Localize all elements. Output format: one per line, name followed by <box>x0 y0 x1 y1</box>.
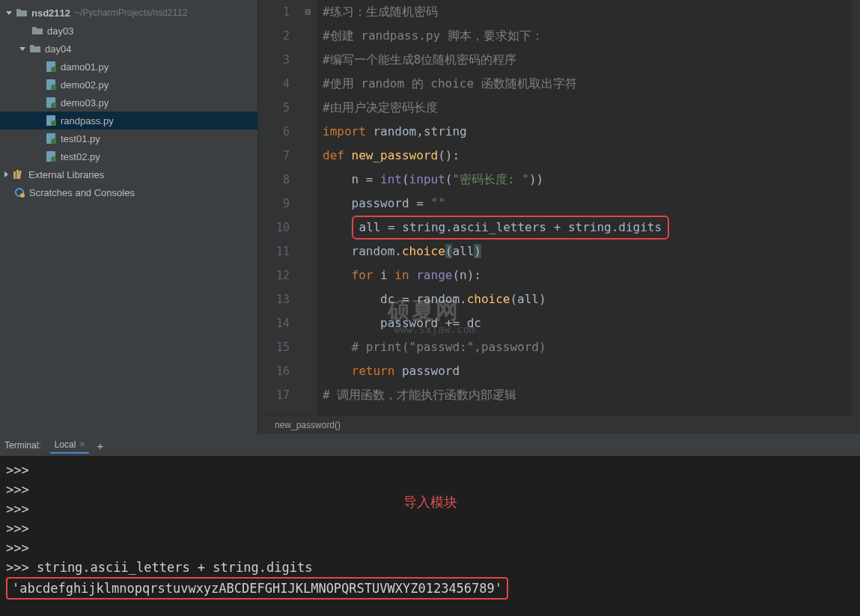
terminal-line: >>> <box>6 538 854 558</box>
chevron-down-icon[interactable] <box>19 45 27 52</box>
code-line-13[interactable]: dc = random.choice(all) <box>323 287 860 311</box>
code-line-6[interactable]: import random,string <box>323 120 860 144</box>
annotation-label: 导入模块 <box>403 493 457 511</box>
python-file-icon <box>45 61 57 73</box>
terminal-line: >>> <box>6 460 854 480</box>
code-line-2[interactable]: #创建 randpass.py 脚本，要求如下： <box>323 24 860 48</box>
add-terminal-button[interactable]: + <box>97 439 103 452</box>
terminal-output[interactable]: 导入模块 >>>>>>>>>>>>>>>>>> string.ascii_let… <box>0 456 860 616</box>
tree-item-test02-py[interactable]: test02.py <box>0 147 257 165</box>
scratch-icon <box>13 186 25 198</box>
code-line-14[interactable]: password += dc <box>323 311 860 335</box>
python-file-icon <box>45 79 57 91</box>
code-line-16[interactable]: return password <box>323 359 860 383</box>
library-icon <box>13 168 25 180</box>
python-file-icon <box>45 150 57 162</box>
vertical-scrollbar[interactable] <box>852 0 860 415</box>
project-root[interactable]: nsd2112 ~/PycharmProjects/nsd2112 <box>0 4 257 22</box>
scratches-consoles[interactable]: Scratches and Consoles <box>0 183 257 201</box>
code-content[interactable]: 硕夏网 www.sxjaw.com #练习：生成随机密码#创建 randpass… <box>317 0 860 415</box>
code-line-10[interactable]: all = string.ascii_letters + string.digi… <box>323 216 860 240</box>
terminal-tab-local[interactable]: Local × <box>50 437 90 454</box>
code-line-15[interactable]: # print("passwd:",password) <box>323 335 860 359</box>
code-line-3[interactable]: #编写一个能生成8位随机密码的程序 <box>323 48 860 72</box>
chevron-right-icon[interactable] <box>3 171 10 178</box>
svg-rect-12 <box>13 171 16 179</box>
svg-point-16 <box>20 193 25 198</box>
tree-item-damo01-py[interactable]: damo01.py <box>0 58 257 76</box>
tree-item-test01-py[interactable]: test01.py <box>0 129 257 147</box>
code-line-12[interactable]: for i in range(n): <box>323 263 860 287</box>
folder-icon <box>31 25 43 37</box>
tree-item-day04[interactable]: day04 <box>0 40 257 58</box>
breadcrumb[interactable]: new_password() <box>258 415 860 434</box>
python-file-icon <box>45 115 57 126</box>
terminal-line: >>> string.ascii_letters + string.digits <box>6 558 854 577</box>
project-tree[interactable]: nsd2112 ~/PycharmProjects/nsd2112 day03d… <box>0 0 258 434</box>
line-gutter[interactable]: 1234567891011121314151617 <box>258 0 303 415</box>
project-name: nsd2112 <box>31 7 70 19</box>
tree-item-demo02-py[interactable]: demo02.py <box>0 76 257 94</box>
fold-gutter[interactable]: ⊟⊟⊟⊟⊟⊟ <box>303 0 317 415</box>
terminal-tabs: Terminal: Local × + <box>0 435 860 456</box>
project-path: ~/PycharmProjects/nsd2112 <box>75 7 187 18</box>
tree-item-demo03-py[interactable]: demo03.py <box>0 94 257 112</box>
tree-item-day03[interactable]: day03 <box>0 22 257 40</box>
terminal-result: 'abcdefghijklmnopqrstuvwxyzABCDEFGHIJKLM… <box>6 577 854 597</box>
terminal-panel[interactable]: Terminal: Local × + 导入模块 >>>>>>>>>>>>>>>… <box>0 434 860 616</box>
folder-icon <box>16 7 28 19</box>
python-file-icon <box>45 97 57 109</box>
code-line-17[interactable]: # 调用函数，才能执行函数内部逻辑 <box>323 383 860 407</box>
code-editor[interactable]: 1234567891011121314151617 ⊟⊟⊟⊟⊟⊟ 硕夏网 www… <box>258 0 860 434</box>
folder-icon <box>29 43 41 55</box>
code-line-5[interactable]: #由用户决定密码长度 <box>323 96 860 120</box>
terminal-line: >>> <box>6 519 854 538</box>
external-libraries[interactable]: External Libraries <box>0 165 257 183</box>
terminal-title: Terminal: <box>4 440 41 451</box>
code-line-1[interactable]: #练习：生成随机密码 <box>323 0 860 24</box>
code-line-4[interactable]: #使用 random 的 choice 函数随机取出字符 <box>323 72 860 96</box>
code-line-9[interactable]: password = "" <box>323 192 860 216</box>
code-line-8[interactable]: n = int(input("密码长度: ")) <box>323 168 860 192</box>
python-file-icon <box>45 132 57 144</box>
code-line-11[interactable]: random.choice(all) <box>323 240 860 263</box>
tree-item-randpass-py[interactable]: randpass.py <box>0 112 257 129</box>
close-icon[interactable]: × <box>79 439 85 450</box>
chevron-down-icon[interactable] <box>6 9 13 16</box>
code-line-7[interactable]: def new_password(): <box>323 144 860 168</box>
